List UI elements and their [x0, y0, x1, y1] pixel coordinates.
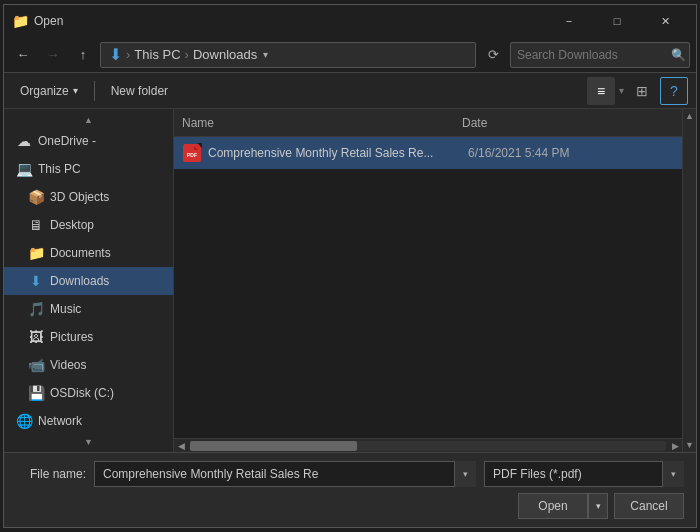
help-button[interactable]: ? — [660, 77, 688, 105]
sidebar-label-network: Network — [38, 414, 82, 428]
open-button[interactable]: Open — [518, 493, 588, 519]
file-list: PDF Comprehensive Monthly Retail Sales R… — [174, 137, 682, 438]
file-area: Name Date PDF — [174, 109, 682, 452]
open-dialog: 📁 Open − □ ✕ ← → ↑ ⬇ › This PC › Downloa… — [3, 4, 697, 528]
main-area: ▲ ☁ OneDrive - 💻 This PC 📦 3D Objects 🖥 … — [4, 109, 696, 452]
toolbar-separator — [94, 81, 95, 101]
filename-input[interactable] — [94, 461, 476, 487]
sidebar-label-onedrive: OneDrive - — [38, 134, 96, 148]
thispc-icon: 💻 — [16, 161, 32, 177]
downloads-icon: ⬇ — [28, 273, 44, 289]
title-bar: 📁 Open − □ ✕ — [4, 5, 696, 37]
sidebar-label-downloads: Downloads — [50, 274, 109, 288]
address-bar: ← → ↑ ⬇ › This PC › Downloads ▾ ⟳ 🔍 — [4, 37, 696, 73]
sidebar-item-documents[interactable]: 📁 Documents — [4, 239, 173, 267]
osdisk-icon: 💾 — [28, 385, 44, 401]
back-button[interactable]: ← — [10, 42, 36, 68]
filename-input-wrap: ▾ — [94, 461, 476, 487]
maximize-button[interactable]: □ — [594, 5, 640, 37]
sidebar-label-videos: Videos — [50, 358, 86, 372]
window-controls: − □ ✕ — [546, 5, 688, 37]
minimize-button[interactable]: − — [546, 5, 592, 37]
view-dropdown-arrow[interactable]: ▾ — [619, 85, 624, 96]
forward-button[interactable]: → — [40, 42, 66, 68]
sidebar: ▲ ☁ OneDrive - 💻 This PC 📦 3D Objects 🖥 … — [4, 109, 174, 452]
music-icon: 🎵 — [28, 301, 44, 317]
file-name: Comprehensive Monthly Retail Sales Re... — [208, 146, 468, 160]
open-dropdown-arrow[interactable]: ▾ — [588, 493, 608, 519]
search-input[interactable] — [517, 48, 667, 62]
sidebar-item-network[interactable]: 🌐 Network — [4, 407, 173, 435]
filename-label: File name: — [16, 467, 86, 481]
refresh-button[interactable]: ⟳ — [480, 42, 506, 68]
3dobjects-icon: 📦 — [28, 189, 44, 205]
sidebar-label-3dobjects: 3D Objects — [50, 190, 109, 204]
search-icon: 🔍 — [671, 48, 686, 62]
videos-icon: 📹 — [28, 357, 44, 373]
pdf-svg: PDF — [185, 146, 199, 160]
dialog-icon: 📁 — [12, 13, 28, 29]
sidebar-scroll-up[interactable]: ▲ — [4, 113, 173, 127]
toolbar-right: ≡ ▾ ⊞ ? — [587, 77, 688, 105]
path-dropdown-arrow[interactable]: ▾ — [263, 49, 268, 60]
filename-dropdown-arrow[interactable]: ▾ — [454, 461, 476, 487]
cancel-button[interactable]: Cancel — [614, 493, 684, 519]
vertical-scrollbar: ▲ ▼ — [682, 109, 696, 452]
sidebar-item-desktop[interactable]: 🖥 Desktop — [4, 211, 173, 239]
pdf-file-icon: PDF — [182, 143, 202, 163]
column-header-name[interactable]: Name — [174, 109, 454, 136]
view-tile-button[interactable]: ⊞ — [628, 77, 656, 105]
organize-button[interactable]: Organize ▾ — [12, 77, 86, 105]
search-box: 🔍 — [510, 42, 690, 68]
path-thispc: This PC — [134, 47, 180, 62]
sidebar-item-videos[interactable]: 📹 Videos — [4, 351, 173, 379]
sidebar-label-pictures: Pictures — [50, 330, 93, 344]
table-row[interactable]: PDF Comprehensive Monthly Retail Sales R… — [174, 137, 682, 169]
sidebar-scroll-down[interactable]: ▼ — [4, 435, 173, 449]
new-folder-button[interactable]: New folder — [103, 77, 176, 105]
filetype-select[interactable]: PDF Files (*.pdf)All Files (*.*) — [484, 461, 684, 487]
dialog-title: Open — [34, 14, 546, 28]
close-button[interactable]: ✕ — [642, 5, 688, 37]
sidebar-item-downloads[interactable]: ⬇ Downloads — [4, 267, 173, 295]
horizontal-scrollbar: ◀ ▶ — [174, 438, 682, 452]
onedrive-icon: ☁ — [16, 133, 32, 149]
path-pc-icon: ⬇ — [109, 45, 122, 64]
pictures-icon: 🖼 — [28, 329, 44, 345]
sidebar-label-osdisk: OSDisk (C:) — [50, 386, 114, 400]
scroll-left-arrow[interactable]: ◀ — [174, 441, 188, 451]
horizontal-scroll-track[interactable] — [190, 441, 666, 451]
buttons-row: Open ▾ Cancel — [16, 493, 684, 519]
view-list-button[interactable]: ≡ — [587, 77, 615, 105]
vertical-scroll-track[interactable] — [683, 123, 696, 438]
filename-row: File name: ▾ PDF Files (*.pdf)All Files … — [16, 461, 684, 487]
column-header-date[interactable]: Date — [454, 109, 682, 136]
filetype-wrap: PDF Files (*.pdf)All Files (*.*) ▾ — [484, 461, 684, 487]
scroll-down-arrow[interactable]: ▼ — [683, 438, 696, 452]
file-list-header: Name Date — [174, 109, 682, 137]
svg-text:PDF: PDF — [187, 152, 197, 158]
sidebar-item-3dobjects[interactable]: 📦 3D Objects — [4, 183, 173, 211]
organize-arrow: ▾ — [73, 85, 78, 96]
sidebar-item-onedrive[interactable]: ☁ OneDrive - — [4, 127, 173, 155]
sidebar-label-thispc: This PC — [38, 162, 81, 176]
open-button-group: Open ▾ — [518, 493, 608, 519]
sidebar-item-pictures[interactable]: 🖼 Pictures — [4, 323, 173, 351]
horizontal-scroll-thumb — [190, 441, 357, 451]
sidebar-label-music: Music — [50, 302, 81, 316]
toolbar: Organize ▾ New folder ≡ ▾ ⊞ ? — [4, 73, 696, 109]
documents-icon: 📁 — [28, 245, 44, 261]
up-button[interactable]: ↑ — [70, 42, 96, 68]
path-downloads: Downloads — [193, 47, 257, 62]
file-date: 6/16/2021 5:44 PM — [468, 146, 674, 160]
sidebar-item-thispc[interactable]: 💻 This PC — [4, 155, 173, 183]
scroll-right-arrow[interactable]: ▶ — [668, 441, 682, 451]
sidebar-label-documents: Documents — [50, 246, 111, 260]
address-path[interactable]: ⬇ › This PC › Downloads ▾ — [100, 42, 476, 68]
network-icon: 🌐 — [16, 413, 32, 429]
sidebar-label-desktop: Desktop — [50, 218, 94, 232]
sidebar-item-osdisk[interactable]: 💾 OSDisk (C:) — [4, 379, 173, 407]
desktop-icon: 🖥 — [28, 217, 44, 233]
sidebar-item-music[interactable]: 🎵 Music — [4, 295, 173, 323]
scroll-up-arrow[interactable]: ▲ — [683, 109, 696, 123]
